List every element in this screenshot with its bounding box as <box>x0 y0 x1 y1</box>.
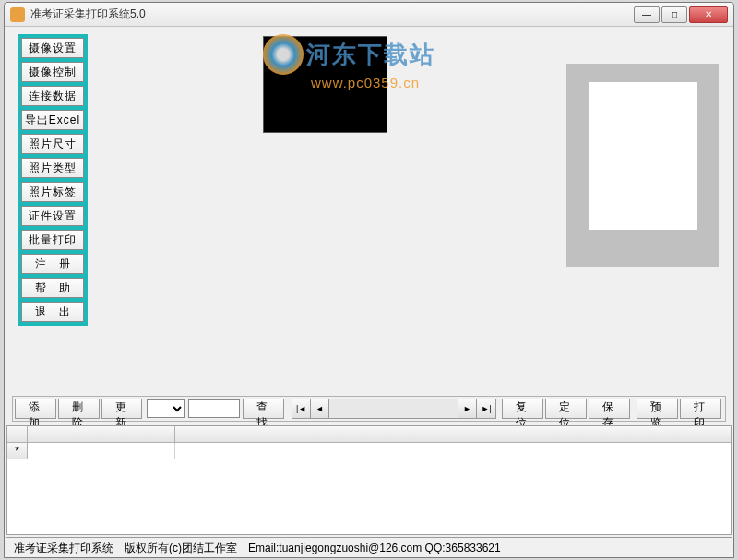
photo-label-button[interactable]: 照片标签 <box>21 182 84 202</box>
grid-header <box>7 426 731 443</box>
reset-button[interactable]: 复 位 <box>502 399 543 419</box>
help-button[interactable]: 帮 助 <box>21 278 84 298</box>
nav-prev-button[interactable]: ◄ <box>311 399 329 418</box>
cert-settings-button[interactable]: 证件设置 <box>21 206 84 226</box>
nav-last-button[interactable]: ►| <box>477 399 495 418</box>
add-button[interactable]: 添 加 <box>15 399 56 419</box>
batch-print-button[interactable]: 批量打印 <box>21 230 84 250</box>
photo-placeholder <box>589 82 697 230</box>
window-controls: — □ ✕ <box>634 6 728 23</box>
app-window: 准考证采集打印系统5.0 — □ ✕ 摄像设置 摄像控制 连接数据 导出Exce… <box>4 2 734 558</box>
grid-cell[interactable] <box>101 443 175 459</box>
photo-size-button[interactable]: 照片尺寸 <box>21 134 84 154</box>
row-marker: * <box>7 443 28 459</box>
nav-next-button[interactable]: ► <box>458 399 477 418</box>
status-text: 准考证采集打印系统 版权所有(c)团结工作室 Email:tuanjiegong… <box>14 542 501 554</box>
save-button[interactable]: 保 存 <box>589 399 630 419</box>
app-icon <box>10 7 25 22</box>
print-button[interactable]: 打 印 <box>680 399 721 419</box>
grid-col-1[interactable] <box>28 426 101 442</box>
connect-data-button[interactable]: 连接数据 <box>21 86 84 106</box>
nav-first-button[interactable]: |◄ <box>292 399 311 418</box>
statusbar: 准考证采集打印系统 版权所有(c)团结工作室 Email:tuanjiegong… <box>6 537 732 555</box>
update-button[interactable]: 更 新 <box>101 399 143 419</box>
delete-button[interactable]: 删 除 <box>58 399 100 419</box>
search-field-select[interactable] <box>147 399 185 418</box>
photo-type-button[interactable]: 照片类型 <box>21 158 84 178</box>
minimize-button[interactable]: — <box>634 6 660 23</box>
nav-scrollbar[interactable] <box>329 399 458 418</box>
grid-cell[interactable] <box>28 443 101 459</box>
titlebar[interactable]: 准考证采集打印系统5.0 — □ ✕ <box>5 3 733 27</box>
camera-control-button[interactable]: 摄像控制 <box>21 62 84 82</box>
window-title: 准考证采集打印系统5.0 <box>30 6 634 22</box>
search-input[interactable] <box>188 399 240 418</box>
camera-settings-button[interactable]: 摄像设置 <box>21 38 84 58</box>
grid-col-2[interactable] <box>101 426 175 442</box>
grid-new-row[interactable]: * <box>7 443 731 459</box>
data-grid[interactable]: * <box>6 425 732 535</box>
photo-panel <box>566 64 719 267</box>
content-area: 摄像设置 摄像控制 连接数据 导出Excel 照片尺寸 照片类型 照片标签 证件… <box>5 27 733 557</box>
grid-corner <box>7 426 28 442</box>
toolbar: 添 加 删 除 更 新 查 找 |◄ ◄ ► ►| 复 位 定 位 保 存 预 … <box>12 396 726 422</box>
sidebar: 摄像设置 摄像控制 连接数据 导出Excel 照片尺寸 照片类型 照片标签 证件… <box>18 34 88 326</box>
preview-button[interactable]: 预 览 <box>637 399 678 419</box>
search-button[interactable]: 查 找 <box>243 399 284 419</box>
locate-button[interactable]: 定 位 <box>545 399 587 419</box>
record-navigator: |◄ ◄ ► ►| <box>292 399 496 419</box>
close-button[interactable]: ✕ <box>689 6 728 23</box>
export-excel-button[interactable]: 导出Excel <box>21 110 84 130</box>
exit-button[interactable]: 退 出 <box>21 302 84 322</box>
register-button[interactable]: 注 册 <box>21 254 84 274</box>
maximize-button[interactable]: □ <box>661 6 687 23</box>
camera-preview <box>263 36 387 133</box>
